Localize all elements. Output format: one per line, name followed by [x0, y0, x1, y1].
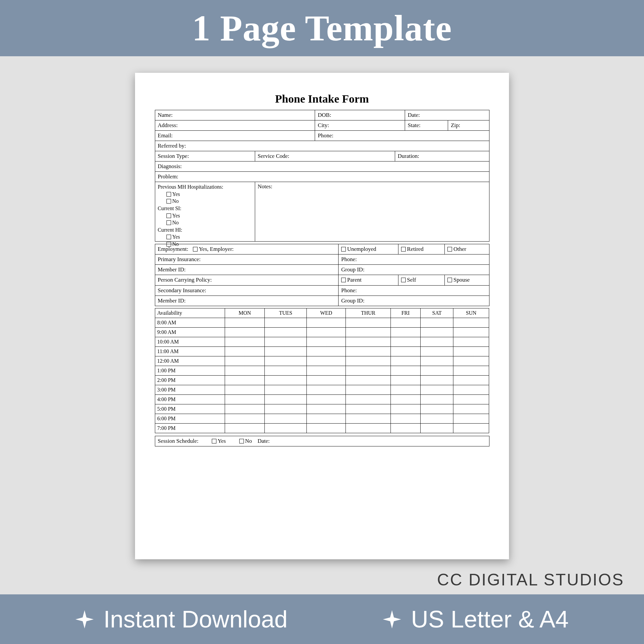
availability-cell	[346, 347, 391, 356]
feature-text: Instant Download	[104, 606, 288, 633]
time-cell: 6:00 PM	[155, 414, 225, 424]
group-id-field: Group ID:	[338, 264, 489, 275]
availability-cell	[265, 424, 307, 433]
availability-cell	[421, 366, 453, 376]
availability-cell	[307, 395, 346, 404]
time-cell: 1:00 PM	[155, 366, 225, 376]
table-row: 7:00 PM	[155, 424, 489, 433]
table-row: 6:00 PM	[155, 414, 489, 424]
availability-cell	[225, 328, 265, 337]
checkbox-icon	[447, 247, 452, 252]
mh-hospitalizations-cell: Previous MH Hospitalizations: Yes No Cur…	[155, 182, 255, 242]
notes-field: Notes:	[255, 182, 489, 242]
availability-cell	[453, 424, 489, 433]
problem-field: Problem:	[155, 171, 489, 182]
availability-cell	[453, 366, 489, 376]
availability-cell	[307, 424, 346, 433]
zip-field: Zip:	[448, 120, 489, 131]
table-row: 10:00 AM	[155, 337, 489, 347]
availability-cell	[346, 414, 391, 424]
availability-cell	[453, 356, 489, 366]
checkbox-icon	[447, 278, 452, 282]
referred-field: Referred by:	[155, 141, 489, 151]
checkbox-icon	[166, 192, 171, 197]
table-row: 1:00 PM	[155, 366, 489, 376]
spouse-label: Spouse	[453, 277, 470, 283]
table-row: 3:00 PM	[155, 385, 489, 395]
table-row: 9:00 AM	[155, 328, 489, 337]
carrying-policy-field: Person Carrying Policy:	[155, 275, 339, 285]
availability-cell	[421, 318, 453, 328]
availability-cell	[421, 347, 453, 356]
table-row: 11:00 AM	[155, 347, 489, 356]
availability-cell	[346, 424, 391, 433]
availability-cell	[346, 395, 391, 404]
availability-cell	[391, 424, 421, 433]
availability-cell	[265, 328, 307, 337]
availability-cell	[307, 376, 346, 385]
mh-prev-label: Previous MH Hospitalizations:	[158, 183, 252, 191]
availability-cell	[421, 337, 453, 347]
mh-no: No	[172, 198, 179, 204]
state-field: State:	[405, 120, 448, 131]
dob-field: DOB:	[315, 110, 405, 120]
availability-cell	[421, 395, 453, 404]
availability-cell	[346, 337, 391, 347]
availability-cell	[421, 424, 453, 433]
time-cell: 9:00 AM	[155, 328, 225, 337]
diagnosis-field: Diagnosis:	[155, 161, 489, 172]
checkbox-icon	[166, 199, 171, 204]
availability-cell	[307, 328, 346, 337]
availability-cell	[453, 385, 489, 395]
time-cell: 12:00 AM	[155, 356, 225, 366]
availability-cell	[225, 414, 265, 424]
ins-phone-field: Phone:	[338, 254, 489, 265]
availability-cell	[307, 347, 346, 356]
availability-cell	[421, 376, 453, 385]
mh-yes: Yes	[172, 191, 180, 197]
top-banner: 1 Page Template	[0, 0, 644, 56]
checkbox-icon	[212, 439, 216, 443]
sched-yes: Yes	[218, 438, 226, 444]
availability-cell	[225, 376, 265, 385]
availability-cell	[225, 385, 265, 395]
table-row: 2:00 PM	[155, 376, 489, 385]
availability-cell	[391, 385, 421, 395]
availability-cell	[225, 424, 265, 433]
availability-cell	[346, 356, 391, 366]
time-cell: 3:00 PM	[155, 385, 225, 395]
availability-cell	[391, 404, 421, 414]
availability-cell	[453, 328, 489, 337]
availability-cell	[421, 385, 453, 395]
availability-cell	[346, 385, 391, 395]
brand-label: CC DIGITAL STUDIOS	[437, 570, 624, 589]
availability-cell	[265, 376, 307, 385]
availability-cell	[421, 356, 453, 366]
availability-cell	[265, 356, 307, 366]
feature-instant-download: Instant Download	[75, 606, 288, 633]
member-id-field-2: Member ID:	[155, 296, 339, 306]
availability-cell	[391, 337, 421, 347]
self-label: Self	[407, 277, 416, 283]
checkbox-icon	[341, 247, 346, 252]
checkbox-icon	[401, 247, 406, 252]
checkbox-icon	[166, 220, 171, 225]
availability-cell	[391, 414, 421, 424]
availability-cell	[307, 366, 346, 376]
checkbox-icon	[239, 439, 244, 443]
time-cell: 8:00 AM	[155, 318, 225, 328]
hi-label: Current HI:	[158, 226, 252, 234]
other-label: Other	[453, 246, 466, 252]
availability-cell	[307, 385, 346, 395]
availability-cell	[421, 328, 453, 337]
availability-cell	[391, 356, 421, 366]
time-cell: 7:00 PM	[155, 424, 225, 433]
availability-cell	[391, 318, 421, 328]
day-header: FRI	[391, 308, 421, 318]
bottom-banner: Instant Download US Letter & A4	[0, 594, 644, 644]
session-type-field: Session Type:	[155, 151, 255, 161]
duration-field: Duration:	[395, 151, 489, 161]
availability-cell	[225, 318, 265, 328]
employment-label: Employment:	[158, 246, 189, 253]
availability-cell	[307, 337, 346, 347]
